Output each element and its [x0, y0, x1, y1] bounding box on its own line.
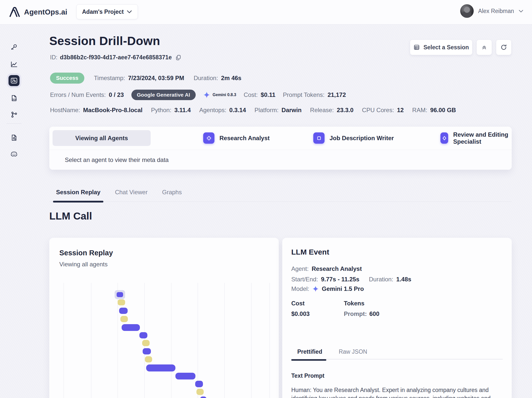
tab-raw-json[interactable]: Raw JSON [339, 347, 367, 359]
sidebar-item-file-search[interactable] [9, 132, 20, 143]
python-label: Python: [151, 107, 171, 114]
prompt-tokens-value: 21,172 [328, 91, 346, 98]
tab-agent-review-editing-specialist[interactable]: Review and Editing Specialist [440, 130, 512, 146]
session-id-label: ID: [50, 54, 57, 61]
sidebar-item-discord[interactable] [9, 149, 20, 160]
release-label: Release: [310, 107, 334, 114]
agentops-logo-icon [8, 5, 21, 19]
sidebar-item-session-drilldown[interactable] [9, 75, 20, 86]
host-row: HostName:MacBook-Pro-8.local Python:3.11… [50, 107, 456, 114]
tab-prettified[interactable]: Prettified [297, 347, 322, 359]
brand-name: AgentOps.ai [24, 8, 67, 16]
event-prompt-value: 600 [369, 310, 379, 317]
timestamp-value: 7/23/2024, 03:59 PM [128, 75, 184, 82]
git-branch-icon [10, 111, 18, 118]
table-icon [413, 44, 420, 51]
cost-label: Cost: [244, 91, 258, 98]
chart-gridline [224, 283, 225, 398]
session-id-row: ID: d3b86b2c-f930-4d17-aee7-674e6858371e [50, 54, 182, 61]
event-cost-value: $0.003 [291, 310, 310, 317]
platform-label: Platform: [254, 107, 279, 114]
tab-viewing-all-agents[interactable]: Viewing all Agents [53, 130, 151, 146]
copy-icon[interactable] [175, 54, 182, 61]
errors-label: Errors / Num Events: [50, 91, 106, 98]
gantt-bar-tool[interactable] [145, 356, 152, 362]
gantt-bar-llm[interactable] [175, 373, 195, 379]
provider-badge: Google Generative AI [131, 90, 196, 100]
event-model-label: Model: [291, 285, 309, 292]
duration-value: 2m 46s [221, 75, 241, 82]
chart-gridline [171, 283, 171, 398]
gantt-bar-llm[interactable] [143, 348, 151, 354]
gemini-star-icon [203, 91, 210, 98]
ram-value: 96.00 GB [430, 107, 456, 114]
platform-value: Darwin [282, 107, 302, 114]
gantt-bar-llm[interactable] [195, 381, 203, 387]
hostname-label: HostName: [50, 107, 80, 114]
collapse-button[interactable] [476, 40, 492, 55]
refresh-icon [500, 44, 507, 51]
gemini-star-icon [312, 286, 319, 292]
top-header: AgentOps.ai Adam's Project Alex Reibman [0, 0, 532, 25]
event-tokens-label: Tokens [344, 300, 364, 307]
startend-row: Start/End: 9.77s - 11.25s Duration: 1.48… [291, 276, 411, 283]
sidebar-item-pipelines[interactable] [9, 109, 20, 120]
agent-label: Job Description Writer [330, 135, 394, 142]
user-menu[interactable]: Alex Reibman [460, 4, 523, 18]
tab-agent-research-analyst[interactable]: Research Analyst [203, 130, 270, 146]
agents-hint: Select an agent to view their meta data [49, 150, 512, 170]
errors-value: 0 / 23 [109, 91, 124, 98]
tab-chat-viewer[interactable]: Chat Viewer [115, 187, 147, 202]
sidebar-item-api-keys[interactable] [9, 42, 20, 53]
gantt-bar-llm[interactable] [146, 364, 175, 371]
chevrons-up-icon [481, 44, 487, 50]
python-value: 3.11.4 [174, 107, 191, 114]
chart-gridline [251, 283, 251, 398]
cross-badge-icon [203, 132, 214, 144]
square-badge-icon [313, 132, 325, 144]
agent-label: Review and Editing Specialist [453, 131, 512, 145]
text-prompt-heading: Text Prompt [291, 372, 324, 379]
project-selector-label: Adam's Project [82, 9, 124, 15]
llm-call-heading: LLM Call [49, 210, 92, 222]
select-session-button[interactable]: Select a Session [410, 40, 472, 55]
events-row: Errors / Num Events: 0 / 23 Google Gener… [50, 90, 346, 100]
agent-value: Research Analyst [312, 265, 362, 272]
event-duration-value: 1.48s [396, 276, 411, 283]
chevron-down-icon [518, 10, 523, 13]
sidebar-item-docs[interactable]: DOC [9, 93, 20, 104]
chart-gridline [270, 283, 270, 398]
cpu-value: 12 [397, 107, 404, 114]
startend-label: Start/End: [291, 276, 318, 283]
line-chart-icon [10, 60, 18, 68]
gantt-bar-tool[interactable] [118, 299, 125, 305]
tab-agent-job-description-writer[interactable]: Job Description Writer [313, 130, 394, 146]
hostname-value: MacBook-Pro-8.local [83, 107, 142, 114]
gantt-bar-llm[interactable] [122, 324, 140, 331]
gantt-bar-llm[interactable] [119, 308, 128, 314]
view-tabs: Session Replay Chat Viewer Graphs [49, 187, 512, 202]
tab-graphs[interactable]: Graphs [162, 187, 182, 202]
agents-card: Viewing all Agents Research Analyst Job … [49, 127, 512, 170]
llm-event-card: LLM Event Agent: Research Analyst Start/… [282, 238, 512, 398]
agentops-label: Agentops: [199, 107, 226, 114]
gantt-bar-tool[interactable] [120, 316, 128, 322]
gantt-bar-llm[interactable] [117, 292, 123, 297]
event-cost-label: Cost [291, 300, 305, 307]
brand: AgentOps.ai [8, 5, 67, 19]
agentops-value: 0.3.14 [229, 107, 246, 114]
gantt-bar-tool[interactable] [196, 389, 204, 395]
tab-session-replay[interactable]: Session Replay [56, 187, 100, 202]
select-session-label: Select a Session [423, 44, 469, 51]
sidebar-item-analytics[interactable] [9, 59, 20, 70]
replay-card-title: Session Replay [59, 249, 113, 257]
chart-gridline [64, 283, 64, 398]
gantt-bar-llm[interactable] [200, 396, 206, 398]
gantt-bar-llm[interactable] [139, 332, 147, 338]
project-selector[interactable]: Adam's Project [76, 4, 138, 19]
refresh-button[interactable] [496, 40, 511, 55]
main-content: Session Drill-Down Select a Session [28, 25, 532, 398]
user-name: Alex Reibman [478, 8, 514, 15]
status-badge: Success [50, 73, 84, 84]
gantt-bar-tool[interactable] [142, 340, 150, 346]
